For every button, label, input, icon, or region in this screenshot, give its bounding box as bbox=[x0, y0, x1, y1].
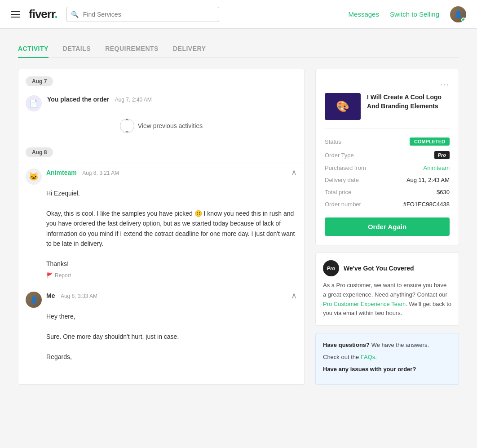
main-content: ACTIVITY DETAILS REQUIREMENTS DELIVERY A… bbox=[0, 29, 477, 395]
switch-to-selling-link[interactable]: Switch to Selling bbox=[390, 10, 439, 18]
order-gig-info: 🎨 I Will Create A Cool Logo And Branding… bbox=[325, 93, 450, 120]
order-number-row: Order number #FO1EC98C4438 bbox=[325, 198, 450, 210]
order-again-button[interactable]: Order Again bbox=[325, 217, 450, 236]
logo-text: fiverr bbox=[29, 7, 55, 21]
tab-delivery[interactable]: DELIVERY bbox=[173, 40, 206, 58]
view-previous-row: ⌃⌄ View previous activities bbox=[18, 115, 304, 140]
fiverr-logo[interactable]: fiverr. bbox=[29, 7, 57, 21]
animteam-sender-name: Animteam bbox=[46, 169, 77, 176]
faq-line1: Have questions? We have the answers. bbox=[323, 341, 451, 350]
delivery-date-value: Aug 11, 2:43 AM bbox=[406, 177, 450, 183]
date-badge-aug7: Aug 7 bbox=[26, 76, 53, 86]
right-panel: ... 🎨 I Will Create A Cool Logo And Bran… bbox=[315, 69, 459, 385]
delivery-date-row: Delivery date Aug 11, 2:43 AM bbox=[325, 174, 450, 186]
tab-details[interactable]: DETAILS bbox=[63, 40, 91, 58]
pro-card-body: As a Pro customer, we want to ensure you… bbox=[323, 281, 451, 318]
tabs-bar: ACTIVITY DETAILS REQUIREMENTS DELIVERY bbox=[18, 40, 459, 58]
content-grid: Aug 7 📄 You placed the order Aug 7, 2:40… bbox=[18, 69, 459, 385]
activity-panel: Aug 7 📄 You placed the order Aug 7, 2:40… bbox=[18, 69, 305, 385]
message-header-me: 👤 Me Aug 8, 3:33 AM ∧ bbox=[26, 292, 297, 308]
total-price-value: $630 bbox=[437, 189, 450, 195]
order-status-row: Status Completed bbox=[325, 135, 450, 148]
animteam-message-body: Hi Ezequiel, Okay, this is cool. I like … bbox=[46, 188, 297, 269]
date-badge-aug8: Aug 8 bbox=[26, 147, 53, 157]
messages-link[interactable]: Messages bbox=[349, 10, 379, 18]
pro-card-body-prefix: As a Pro customer, we want to ensure you… bbox=[323, 282, 447, 298]
status-label: Status bbox=[325, 138, 341, 145]
report-button-animteam[interactable]: 🚩 Report bbox=[46, 272, 297, 279]
online-status-dot bbox=[461, 18, 466, 22]
search-icon: 🔍 bbox=[71, 11, 79, 18]
order-placed-text: You placed the order bbox=[47, 92, 109, 103]
logo-dot: . bbox=[55, 7, 57, 21]
order-number-value: #FO1EC98C4438 bbox=[403, 201, 450, 208]
total-price-label: Total price bbox=[325, 189, 351, 195]
purchased-from-label: Purchased from bbox=[325, 164, 366, 171]
faqs-link[interactable]: FAQs bbox=[361, 354, 375, 360]
order-card: ... 🎨 I Will Create A Cool Logo And Bran… bbox=[315, 69, 459, 245]
pro-card-header: Pro We've Got You Covered bbox=[323, 260, 451, 276]
order-type-label: Order Type bbox=[325, 152, 354, 159]
purchased-from-row: Purchased from Animteam bbox=[325, 162, 450, 174]
pro-experience-team-link[interactable]: Pro Customer Experience Team bbox=[323, 301, 406, 307]
divider-left bbox=[26, 126, 115, 126]
order-placed-item: 📄 You placed the order Aug 7, 2:40 AM bbox=[18, 92, 304, 115]
order-details: Status Completed Order Type Pro Purchase… bbox=[325, 128, 450, 210]
toggle-icon: ⌃⌄ bbox=[120, 119, 134, 133]
order-placed-time: Aug 7, 2:40 AM bbox=[115, 97, 152, 103]
collapse-me-message-button[interactable]: ∧ bbox=[291, 292, 297, 300]
delivery-date-label: Delivery date bbox=[325, 177, 359, 183]
hamburger-menu-icon[interactable] bbox=[11, 11, 20, 18]
pro-card-title: We've Got You Covered bbox=[344, 265, 414, 272]
me-message-body: Hey there, Sure. One more day shouldn't … bbox=[46, 311, 297, 362]
search-input[interactable] bbox=[66, 7, 219, 22]
faq-line2: Check out the FAQs. bbox=[323, 353, 451, 362]
header-nav: Messages Switch to Selling 👤 bbox=[349, 6, 466, 22]
collapse-animteam-message-button[interactable]: ∧ bbox=[291, 169, 297, 177]
order-placed-icon: 📄 bbox=[26, 95, 42, 111]
message-me: 👤 Me Aug 8, 3:33 AM ∧ Hey there, Sure. O… bbox=[18, 286, 304, 369]
user-avatar[interactable]: 👤 bbox=[450, 6, 466, 22]
me-avatar: 👤 bbox=[26, 292, 42, 308]
gig-title: I Will Create A Cool Logo And Branding E… bbox=[367, 93, 450, 120]
total-price-row: Total price $630 bbox=[325, 186, 450, 198]
message-animteam: 🐱 Animteam Aug 8, 3:21 AM ∧ Hi Ezequiel,… bbox=[18, 163, 304, 286]
faq-card: Have questions? We have the answers. Che… bbox=[315, 333, 459, 384]
divider-right bbox=[208, 126, 297, 126]
order-card-menu-dots[interactable]: ... bbox=[325, 78, 450, 88]
animteam-avatar: 🐱 bbox=[26, 169, 42, 185]
animteam-message-time: Aug 8, 3:21 AM bbox=[82, 170, 119, 176]
pro-card: Pro We've Got You Covered As a Pro custo… bbox=[315, 253, 459, 326]
gig-thumbnail: 🎨 bbox=[325, 93, 361, 120]
me-message-time: Aug 8, 3:33 AM bbox=[61, 293, 97, 299]
order-number-label: Order number bbox=[325, 201, 361, 208]
view-previous-button[interactable]: ⌃⌄ View previous activities bbox=[120, 119, 203, 133]
tab-activity[interactable]: ACTIVITY bbox=[18, 40, 49, 58]
order-type-row: Order Type Pro bbox=[325, 148, 450, 162]
purchased-from-value[interactable]: Animteam bbox=[423, 164, 450, 171]
tab-requirements[interactable]: REQUIREMENTS bbox=[105, 40, 159, 58]
order-type-pro-badge: Pro bbox=[434, 151, 450, 159]
me-sender-name: Me bbox=[46, 292, 55, 299]
faq-line3: Have any issues with your order? bbox=[323, 365, 451, 374]
header: fiverr. 🔍 Messages Switch to Selling 👤 bbox=[0, 0, 477, 29]
pro-icon: Pro bbox=[323, 260, 339, 276]
status-badge: Completed bbox=[410, 138, 450, 146]
message-header-animteam: 🐱 Animteam Aug 8, 3:21 AM ∧ bbox=[26, 169, 297, 185]
search-bar: 🔍 bbox=[66, 7, 219, 22]
